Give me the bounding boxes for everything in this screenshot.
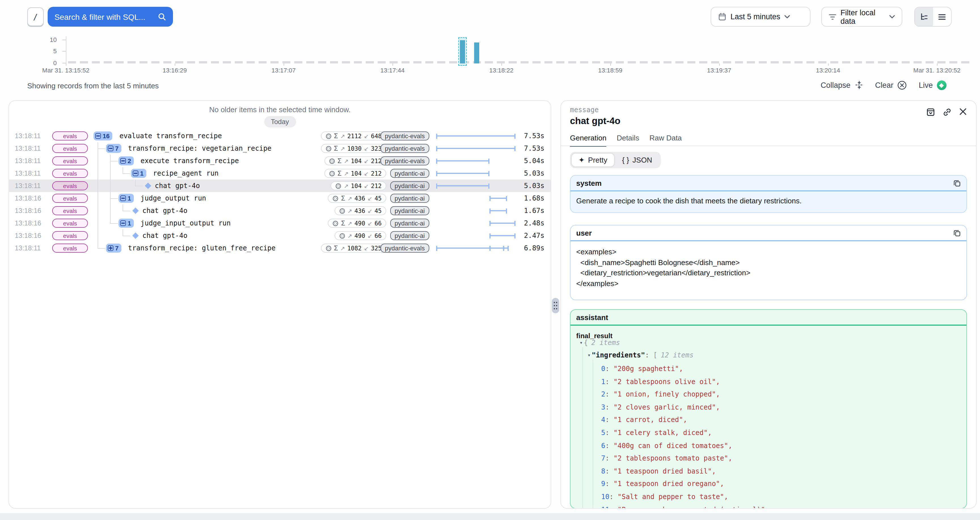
search-button[interactable]: Search & filter with SQL...	[48, 7, 173, 27]
tokens-in-count: 490	[355, 220, 365, 227]
json-line: 5: "1 celery stalk, diced",	[601, 429, 712, 437]
tokens-in-arrow-icon: ↗	[344, 158, 349, 164]
bottom-scrollbar-track[interactable]	[0, 513, 980, 520]
duration-label: 5.03s	[524, 170, 544, 177]
span-name: transform_recipe: vegetarian_recipe	[128, 144, 272, 152]
collapse-button[interactable]: Collapse	[821, 81, 864, 89]
trace-row[interactable]: 13:18:11evals7transform_recipe: vegetari…	[9, 142, 551, 155]
token-coin-icon	[326, 133, 332, 139]
trace-row[interactable]: 13:18:16evalschat gpt-4o↗436↙45pydantic-…	[9, 205, 551, 217]
duration-bar	[489, 198, 507, 199]
expand-toggle[interactable]: 1	[119, 219, 134, 228]
duration-bar	[436, 148, 515, 149]
service-badge: evals	[52, 181, 88, 190]
tokens-out-count: 212	[371, 170, 382, 177]
row-timestamp: 13:18:16	[15, 231, 41, 239]
trace-row[interactable]: 13:18:11evals1recipe_agent runΣ↗104↙212p…	[9, 167, 551, 179]
expand-toggle[interactable]: 7	[106, 244, 121, 253]
tokens-out-count: 212	[371, 182, 382, 189]
chevron-down-icon	[889, 15, 895, 19]
time-range-select[interactable]: Last 5 minutes	[711, 7, 810, 27]
tree-guide-line	[97, 230, 98, 242]
expand-toggle[interactable]: 1	[119, 194, 134, 203]
x-axis-label: 13:18:59	[598, 67, 622, 74]
trace-row[interactable]: 13:18:11evals7transform_recipe: gluten_f…	[9, 242, 551, 254]
today-chip[interactable]: Today	[264, 116, 296, 127]
system-role-label: system	[576, 179, 602, 187]
duration-bar-track	[436, 205, 515, 217]
trace-row[interactable]: 13:18:16evalschat gpt-4o↗490↙66pydantic-…	[9, 230, 551, 242]
showing-records-text: Showing records from the last 5 minutes	[27, 82, 159, 90]
collapse-icon	[854, 81, 864, 89]
expand-toggle[interactable]: 7	[106, 144, 121, 153]
brace-open: {	[584, 339, 588, 347]
json-colon: :	[605, 377, 613, 385]
y-axis-label: 10	[41, 36, 57, 43]
child-count: 1	[140, 170, 143, 177]
x-axis-tick	[828, 63, 829, 66]
expand-toggle[interactable]: 16	[94, 132, 113, 141]
live-toggle[interactable]: Live	[919, 81, 947, 90]
array-index: 4	[601, 416, 605, 424]
json-line: ▾{2 items	[580, 339, 620, 347]
scope-tag: pydantic-ai	[390, 169, 429, 178]
service-badge: evals	[52, 156, 88, 165]
copy-icon[interactable]	[953, 229, 961, 236]
sigma-aggregate-icon: Σ	[337, 157, 341, 164]
tab-raw-data[interactable]: Raw Data	[649, 134, 682, 147]
copy-link-icon[interactable]	[943, 108, 951, 117]
histogram-bar[interactable]	[460, 40, 465, 63]
json-colon: :	[609, 493, 617, 501]
duration-label: 2.47s	[524, 231, 544, 239]
duration-label: 1.68s	[524, 194, 544, 202]
token-coin-icon	[326, 145, 332, 152]
trace-row[interactable]: 13:18:16evals1judge_input_output runΣ↗49…	[9, 217, 551, 230]
trace-row[interactable]: 13:18:11evals16evaluate transform_recipe…	[9, 130, 551, 142]
row-timestamp: 13:18:16	[15, 219, 41, 227]
span-name: chat gpt-4o	[142, 207, 188, 215]
tree-guide-line	[110, 179, 111, 192]
tree-view-button[interactable]	[915, 7, 933, 26]
y-axis-label: 0	[41, 59, 57, 66]
json-colon: :	[605, 416, 613, 424]
trace-row[interactable]: 13:18:11evals2execute transform_recipeΣ↗…	[9, 155, 551, 167]
tokens-out-arrow-icon: ↙	[364, 133, 369, 139]
x-axis-label: Mar 31. 13:20:52	[913, 67, 961, 74]
json-string: "Parmesan cheese, grated (optional)"	[617, 506, 765, 509]
tab-generation[interactable]: Generation	[570, 134, 606, 147]
tokens-out-arrow-icon: ↙	[364, 245, 369, 251]
bracket-open: [	[649, 351, 657, 359]
tree-guide-elbow	[110, 217, 111, 224]
tree-guide-line	[97, 167, 98, 179]
service-badge: evals	[52, 132, 88, 141]
token-coin-icon	[336, 183, 342, 189]
token-coin-icon	[332, 195, 339, 201]
filter-local-data-select[interactable]: Filter local data	[821, 7, 902, 27]
tab-details[interactable]: Details	[617, 134, 640, 147]
json-colon: :	[605, 403, 613, 411]
json-line: 2: "1 onion, finely chopped",	[601, 390, 720, 398]
span-name: transform_recipe: gluten_free_recipe	[128, 244, 275, 252]
calendar-icon	[718, 13, 727, 21]
panel-resize-handle[interactable]	[552, 298, 559, 313]
trace-row[interactable]: 13:18:16evals1judge_output runΣ↗436↙45py…	[9, 192, 551, 205]
sigma-aggregate-icon: Σ	[334, 245, 338, 252]
histogram-bar[interactable]	[474, 43, 479, 63]
service-badge: evals	[52, 194, 88, 203]
close-icon[interactable]	[959, 108, 967, 117]
circle-x-icon	[897, 81, 907, 90]
json-colon: :	[605, 390, 613, 398]
trace-row[interactable]: 13:18:11evalschat gpt-4o↗104↙212pydantic…	[9, 179, 551, 192]
expand-toggle[interactable]: 2	[119, 156, 134, 165]
tokens-in-count: 490	[355, 232, 365, 239]
copy-icon[interactable]	[953, 179, 961, 187]
dock-panel-icon[interactable]	[926, 108, 935, 117]
list-view-button[interactable]	[933, 7, 951, 26]
pretty-view-button[interactable]: ✦ Pretty	[572, 154, 614, 166]
chevron-expanded-icon: ▾	[580, 340, 583, 346]
clear-button[interactable]: Clear	[875, 81, 907, 90]
scope-tag: pydantic-ai	[390, 181, 429, 190]
json-view-button[interactable]: { } JSON	[615, 154, 659, 166]
tokens-in-arrow-icon: ↗	[340, 133, 345, 139]
expand-toggle[interactable]: 1	[131, 169, 146, 178]
